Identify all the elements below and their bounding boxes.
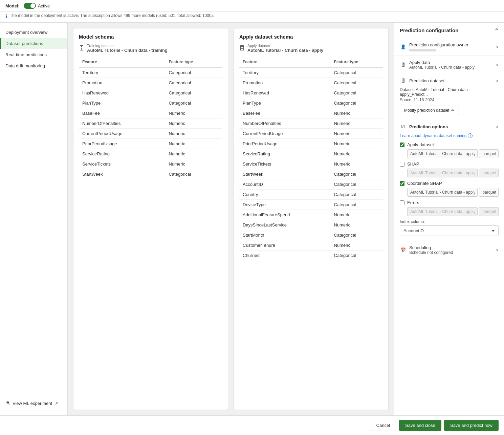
apply-data-value: AutoML Tutorial - Churn data - apply: [409, 65, 493, 70]
info-text: The model in the deployment is active. T…: [10, 13, 214, 18]
sidebar-item-data-drift-monitoring[interactable]: Data drift monitoring: [0, 60, 67, 71]
model-col-feature: Feature: [79, 57, 165, 67]
table-row: ServiceRatingNumeric: [239, 149, 383, 159]
save-and-predict-button[interactable]: Save and predict now: [444, 420, 499, 431]
owner-chevron-icon[interactable]: ∨: [496, 45, 499, 49]
errors-checkbox[interactable]: [400, 200, 404, 205]
shap-checkbox[interactable]: [400, 162, 404, 167]
type-cell: Categorical: [331, 179, 383, 190]
config-panel-header: Prediction configuration ⌃: [394, 23, 504, 38]
type-cell: Categorical: [165, 88, 222, 98]
table-row: CustomerTenureNumeric: [239, 240, 383, 251]
feature-cell: ServiceRating: [79, 149, 165, 159]
table-row: PlanTypeCategorical: [79, 98, 222, 108]
feature-cell: HasRenewed: [239, 88, 331, 98]
feature-cell: ServiceRating: [239, 149, 331, 159]
type-cell: Numeric: [165, 149, 222, 159]
owner-section-header[interactable]: 👤 Prediction configuration owner ∨: [394, 38, 504, 56]
apply-data-section-header[interactable]: 🗄 Apply data AutoML Tutorial - Churn dat…: [394, 56, 504, 74]
table-row: CountryCategorical: [239, 190, 383, 200]
coordinate-shap-checkbox[interactable]: [400, 181, 404, 186]
config-panel-body: 👤 Prediction configuration owner ∨ 🗄 App…: [394, 38, 504, 415]
prediction-dataset-label: Prediction dataset: [409, 78, 493, 83]
feature-cell: PriorPeriodUsage: [239, 139, 331, 149]
apply-dataset-suffix: .parquet: [479, 149, 499, 158]
coordinate-shap-input[interactable]: [407, 188, 478, 197]
apply-schema-source-name: AutoML Tutorial - Churn data - apply: [247, 48, 323, 53]
table-row: TerritoryCategorical: [239, 67, 383, 78]
scheduling-section-header[interactable]: 📅 Scheduling Schedule not configured ∨: [394, 241, 504, 259]
model-col-type: Feature type: [165, 57, 222, 67]
sidebar-item-dataset-predictions[interactable]: Dataset predictions: [0, 38, 67, 49]
scheduling-value: Schedule not configured: [409, 250, 493, 255]
dynamic-naming-link[interactable]: Learn about dynamic dataset naming i: [400, 133, 499, 138]
prediction-dataset-header[interactable]: 🗄 Prediction dataset ∧: [394, 74, 504, 87]
type-cell: Numeric: [331, 220, 383, 230]
scheduling-chevron-icon[interactable]: ∨: [496, 248, 499, 252]
view-ml-experiment-link[interactable]: ⚗ View ML experiment ↗: [0, 395, 67, 411]
info-bar: ℹ The model in the deployment is active.…: [0, 12, 504, 23]
index-column-select[interactable]: AccountID Territory Promotion: [400, 225, 499, 236]
content-area: Model schema 🗄 Training dataset AutoML T…: [68, 23, 394, 415]
apply-dataset-option: Apply dataset .parquet: [400, 142, 499, 158]
type-cell: Numeric: [165, 139, 222, 149]
prediction-dataset-chevron-icon[interactable]: ∧: [496, 79, 499, 83]
shap-option: SHAP .parquet: [400, 161, 499, 177]
model-schema-table: Feature Feature type TerritoryCategorica…: [79, 57, 222, 179]
apply-data-text: Apply data AutoML Tutorial - Churn data …: [409, 60, 493, 70]
type-cell: Categorical: [165, 169, 222, 179]
table-row: HasRenewedCategorical: [79, 88, 222, 98]
prediction-options-header[interactable]: ☑ Prediction options ∧: [394, 120, 504, 133]
feature-cell: PlanType: [79, 98, 165, 108]
apply-dataset-checkbox[interactable]: [400, 143, 404, 147]
feature-cell: DeviceType: [239, 200, 331, 210]
apply-dataset-input[interactable]: [407, 149, 478, 158]
feature-cell: StartWeek: [79, 169, 165, 179]
cancel-button[interactable]: Cancel: [370, 420, 396, 431]
table-row: ServiceRatingNumeric: [79, 149, 222, 159]
feature-cell: NumberOfPenalties: [239, 118, 331, 129]
collapse-panel-icon[interactable]: ⌃: [495, 28, 499, 33]
save-and-close-button[interactable]: Save and close: [399, 420, 441, 431]
apply-schema-source-label: Apply dataset: [247, 44, 323, 48]
apply-schema-title: Apply dataset schema: [239, 34, 383, 40]
calendar-icon: 📅: [400, 247, 407, 253]
type-cell: Numeric: [331, 240, 383, 251]
type-cell: Numeric: [331, 118, 383, 129]
apply-col-type: Feature type: [331, 57, 383, 67]
apply-data-section: 🗄 Apply data AutoML Tutorial - Churn dat…: [394, 56, 504, 74]
shap-checkbox-row: SHAP: [400, 161, 499, 167]
modify-prediction-dataset-button[interactable]: Modify prediction dataset ✏: [400, 106, 459, 115]
apply-database-icon: 🗄: [239, 45, 245, 51]
prediction-options-label: Prediction options: [409, 124, 493, 129]
type-cell: Numeric: [165, 129, 222, 139]
sidebar-item-realtime-predictions[interactable]: Real-time predictions: [0, 49, 67, 60]
owner-section-text: Prediction configuration owner: [409, 42, 493, 51]
table-row: CurrentPeriodUsageNumeric: [239, 129, 383, 139]
apply-data-chevron-icon[interactable]: ∨: [496, 63, 499, 67]
feature-cell: NumberOfPenalties: [79, 118, 165, 129]
prediction-options-chevron-icon[interactable]: ∧: [496, 125, 499, 129]
feature-cell: AccountID: [239, 179, 331, 190]
apply-schema-table: Feature Feature type TerritoryCategorica…: [239, 57, 383, 260]
sidebar-item-deployment-overview[interactable]: Deployment overview: [0, 27, 67, 38]
database-small-icon: 🗄: [400, 62, 407, 67]
feature-cell: DaysSinceLastService: [239, 220, 331, 230]
index-column-label: Index column:: [400, 219, 499, 224]
type-cell: Numeric: [331, 149, 383, 159]
type-cell: Categorical: [331, 78, 383, 88]
table-row: DeviceTypeCategorical: [239, 200, 383, 210]
table-row: TerritoryCategorical: [79, 67, 222, 78]
type-cell: Numeric: [165, 159, 222, 169]
table-row: StartWeekCategorical: [79, 169, 222, 179]
feature-cell: Churned: [239, 251, 331, 261]
toggle-switch-control[interactable]: [24, 3, 36, 9]
flask-icon: ⚗: [5, 400, 10, 406]
coordinate-shap-suffix: .parquet: [479, 188, 499, 197]
coordinate-shap-label: Coordinate SHAP: [407, 181, 442, 186]
info-circle-icon: i: [468, 133, 473, 138]
feature-cell: BaseFee: [79, 108, 165, 118]
shap-suffix: .parquet: [479, 169, 499, 177]
toggle-active-label: Active: [38, 3, 50, 8]
model-toggle[interactable]: Active: [24, 3, 50, 9]
